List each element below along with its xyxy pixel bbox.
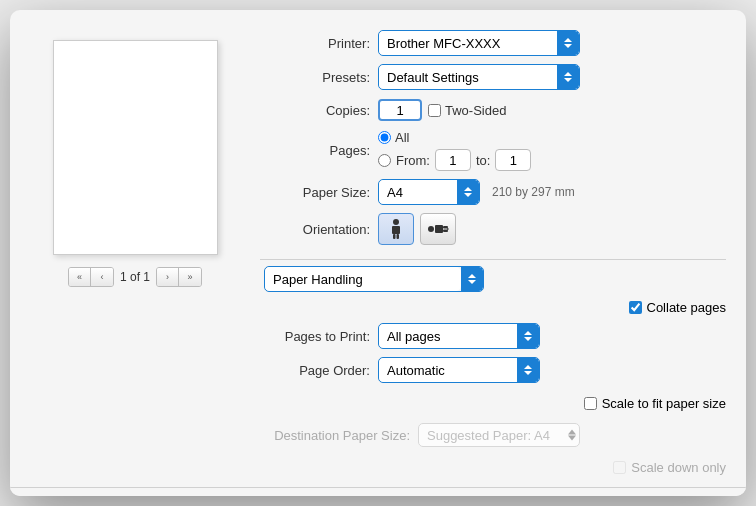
landscape-button[interactable] bbox=[420, 213, 456, 245]
page-order-select[interactable]: Automatic bbox=[379, 358, 539, 382]
printer-row: Printer: Brother MFC-XXXX bbox=[260, 30, 726, 56]
portrait-icon bbox=[387, 218, 405, 240]
destination-paper-select: Suggested Paper: A4 bbox=[418, 423, 580, 447]
paper-size-dimensions: 210 by 297 mm bbox=[492, 185, 575, 199]
page-order-wrapper[interactable]: Automatic bbox=[378, 357, 540, 383]
pages-to-print-label: Pages to Print: bbox=[260, 329, 370, 344]
section-select[interactable]: Paper Handling bbox=[265, 267, 461, 291]
scale-down-checkbox bbox=[613, 461, 626, 474]
pages-from-input[interactable] bbox=[435, 149, 471, 171]
first-page-button[interactable]: « bbox=[69, 268, 91, 286]
paper-size-select[interactable]: A4 bbox=[379, 180, 479, 204]
dialog-footer: ? PDF ▼ Hide Details Cancel Print bbox=[10, 487, 746, 496]
scale-down-label: Scale down only bbox=[631, 460, 726, 475]
destination-paper-row: Destination Paper Size: Suggested Paper:… bbox=[260, 423, 726, 447]
prev-page-button[interactable]: ‹ bbox=[91, 268, 113, 286]
printer-select-wrapper[interactable]: Brother MFC-XXXX bbox=[378, 30, 580, 56]
page-order-label: Page Order: bbox=[260, 363, 370, 378]
pages-range-row: From: to: bbox=[378, 149, 531, 171]
svg-rect-5 bbox=[435, 225, 443, 233]
destination-paper-wrapper: Suggested Paper: A4 bbox=[418, 423, 580, 447]
pages-all-label[interactable]: All bbox=[378, 130, 531, 145]
portrait-button[interactable] bbox=[378, 213, 414, 245]
collate-checkbox[interactable] bbox=[629, 301, 642, 314]
pages-to-print-wrapper[interactable]: All pages bbox=[378, 323, 540, 349]
svg-rect-1 bbox=[392, 226, 400, 234]
pages-label: Pages: bbox=[260, 143, 370, 158]
pages-row: Pages: All From: to: bbox=[260, 130, 726, 171]
orientation-row: Orientation: bbox=[260, 213, 726, 245]
paper-size-label: Paper Size: bbox=[260, 185, 370, 200]
settings-panel: Printer: Brother MFC-XXXX Presets: bbox=[260, 30, 726, 487]
pages-options: All From: to: bbox=[378, 130, 531, 171]
copies-row: Copies: Two-Sided bbox=[260, 98, 726, 122]
svg-point-4 bbox=[428, 226, 434, 232]
scale-fit-row: Scale to fit paper size bbox=[260, 391, 726, 415]
svg-rect-2 bbox=[393, 234, 396, 239]
section-row: Paper Handling bbox=[260, 266, 726, 292]
pages-to-print-select[interactable]: All pages bbox=[379, 324, 539, 348]
section-arrows bbox=[461, 267, 483, 291]
two-sided-checkbox[interactable] bbox=[428, 104, 441, 117]
pages-all-radio[interactable] bbox=[378, 131, 391, 144]
copies-label: Copies: bbox=[260, 103, 370, 118]
page-preview bbox=[53, 40, 218, 255]
pages-to-input[interactable] bbox=[495, 149, 531, 171]
collate-row: Collate pages bbox=[260, 300, 726, 315]
divider bbox=[260, 259, 726, 260]
scale-down-row: Scale down only bbox=[453, 455, 726, 479]
landscape-icon bbox=[427, 220, 449, 238]
presets-select[interactable]: Default Settings bbox=[379, 65, 579, 89]
preview-navigation: « ‹ 1 of 1 › » bbox=[68, 267, 202, 287]
two-sided-label[interactable]: Two-Sided bbox=[428, 103, 506, 118]
preview-panel: « ‹ 1 of 1 › » bbox=[30, 30, 240, 487]
pages-range-radio[interactable] bbox=[378, 154, 391, 167]
paper-size-row: Paper Size: A4 210 by 297 mm bbox=[260, 179, 726, 205]
nav-group-forward[interactable]: › » bbox=[156, 267, 202, 287]
print-dialog: « ‹ 1 of 1 › » Printer: Brother MFC-XXXX bbox=[10, 10, 746, 496]
page-count: 1 of 1 bbox=[120, 270, 150, 284]
pages-to-print-row: Pages to Print: All pages bbox=[260, 323, 726, 349]
presets-select-wrapper[interactable]: Default Settings bbox=[378, 64, 580, 90]
svg-marker-8 bbox=[447, 227, 449, 231]
orientation-label: Orientation: bbox=[260, 222, 370, 237]
svg-rect-3 bbox=[397, 234, 400, 239]
paper-size-select-wrapper[interactable]: A4 bbox=[378, 179, 480, 205]
section-select-wrapper[interactable]: Paper Handling bbox=[264, 266, 484, 292]
last-page-button[interactable]: » bbox=[179, 268, 201, 286]
printer-select[interactable]: Brother MFC-XXXX bbox=[379, 31, 579, 55]
scale-fit-checkbox[interactable] bbox=[584, 397, 597, 410]
presets-label: Presets: bbox=[260, 70, 370, 85]
page-order-row: Page Order: Automatic bbox=[260, 357, 726, 383]
printer-label: Printer: bbox=[260, 36, 370, 51]
collate-label: Collate pages bbox=[647, 300, 727, 315]
copies-input[interactable] bbox=[378, 99, 422, 121]
scale-fit-label: Scale to fit paper size bbox=[602, 396, 726, 411]
next-page-button[interactable]: › bbox=[157, 268, 179, 286]
nav-group-back[interactable]: « ‹ bbox=[68, 267, 114, 287]
destination-paper-label: Destination Paper Size: bbox=[260, 428, 410, 443]
svg-point-0 bbox=[393, 219, 399, 225]
presets-row: Presets: Default Settings bbox=[260, 64, 726, 90]
